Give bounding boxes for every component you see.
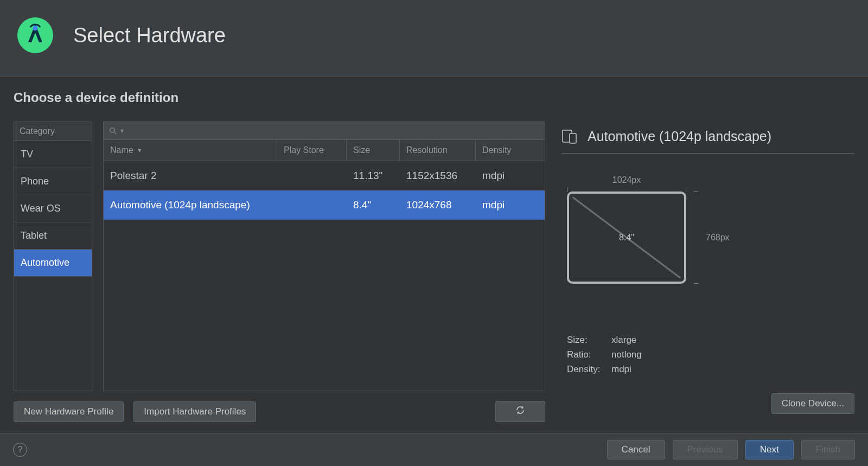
svg-point-2	[110, 127, 114, 132]
category-list: Category TV Phone Wear OS Tablet Automot…	[14, 122, 92, 391]
svg-line-3	[114, 132, 116, 134]
category-item-wear-os[interactable]: Wear OS	[14, 195, 92, 222]
cell-size: 11.13"	[347, 161, 400, 190]
android-studio-logo-icon	[16, 16, 54, 54]
column-header-density[interactable]: Density	[476, 140, 545, 161]
help-button[interactable]: ?	[13, 443, 27, 457]
cell-name: Polestar 2	[104, 161, 277, 190]
device-frame: 8.4"	[567, 191, 686, 284]
dialog-footer: ? Cancel Previous Next Finish	[0, 433, 868, 466]
prop-ratio-value: notlong	[611, 347, 642, 362]
device-diagram: 1024px 8.4" 768px	[567, 175, 854, 316]
refresh-icon	[515, 405, 525, 415]
devices-icon	[561, 128, 578, 144]
category-item-tablet[interactable]: Tablet	[14, 222, 92, 250]
table-header: Name ▼ Play Store Size Resolution Densit…	[104, 140, 545, 161]
search-icon	[109, 127, 117, 135]
table-row[interactable]: Automotive (1024p landscape) 8.4" 1024x7…	[104, 190, 545, 220]
category-list-header: Category	[14, 122, 92, 141]
search-dropdown-icon[interactable]: ▾	[120, 127, 124, 135]
diagram-height-label: 768px	[706, 233, 730, 242]
category-item-tv[interactable]: TV	[14, 141, 92, 168]
column-header-play-store[interactable]: Play Store	[277, 140, 347, 161]
prop-density-value: mdpi	[611, 362, 631, 376]
device-table: Name ▼ Play Store Size Resolution Densit…	[103, 140, 545, 391]
column-header-resolution[interactable]: Resolution	[400, 140, 476, 161]
prop-size-value: xlarge	[611, 333, 636, 347]
refresh-button[interactable]	[495, 401, 545, 422]
content-area: Choose a device definition Category TV P…	[0, 76, 868, 433]
category-item-automotive[interactable]: Automotive	[14, 250, 92, 277]
preview-device-name: Automotive (1024p landscape)	[588, 129, 771, 144]
cell-play-store	[277, 190, 347, 220]
column-header-size[interactable]: Size	[347, 140, 400, 161]
prop-size-label: Size:	[567, 333, 609, 347]
cell-resolution: 1024x768	[400, 190, 476, 220]
finish-button[interactable]: Finish	[801, 440, 855, 459]
column-header-name-label: Name	[110, 145, 133, 155]
previous-button[interactable]: Previous	[673, 440, 738, 459]
column-header-name[interactable]: Name ▼	[104, 140, 277, 161]
cancel-button[interactable]: Cancel	[607, 440, 665, 459]
table-body: Polestar 2 11.13" 1152x1536 mdpi Automot…	[104, 161, 545, 391]
clone-device-button[interactable]: Clone Device...	[771, 393, 854, 414]
diagram-diagonal-label: 8.4"	[619, 233, 634, 242]
svg-rect-5	[570, 133, 576, 143]
new-hardware-profile-button[interactable]: New Hardware Profile	[14, 401, 124, 422]
search-box[interactable]: ▾	[103, 122, 545, 140]
cell-resolution: 1152x1536	[400, 161, 476, 190]
cell-density: mdpi	[476, 161, 545, 190]
category-item-phone[interactable]: Phone	[14, 168, 92, 195]
dialog-header: Select Hardware	[0, 0, 868, 76]
dialog-title: Select Hardware	[73, 24, 226, 47]
prop-density-label: Density:	[567, 362, 609, 376]
prop-ratio-label: Ratio:	[567, 347, 609, 362]
cell-density: mdpi	[476, 190, 545, 220]
diagram-width-label: 1024px	[567, 175, 686, 185]
svg-point-0	[17, 17, 53, 53]
sort-descending-icon: ▼	[137, 147, 143, 154]
cell-name: Automotive (1024p landscape)	[104, 190, 277, 220]
cell-play-store	[277, 161, 347, 190]
svg-point-1	[33, 26, 38, 31]
cell-size: 8.4"	[347, 190, 400, 220]
section-heading: Choose a device definition	[14, 90, 854, 105]
import-hardware-profiles-button[interactable]: Import Hardware Profiles	[133, 401, 256, 422]
device-properties: Size: xlarge Ratio: notlong Density: mdp…	[567, 333, 854, 377]
next-button[interactable]: Next	[745, 440, 794, 459]
search-input[interactable]	[127, 126, 539, 136]
preview-panel: Automotive (1024p landscape) 1024px 8.4"…	[561, 122, 854, 422]
table-row[interactable]: Polestar 2 11.13" 1152x1536 mdpi	[104, 161, 545, 190]
